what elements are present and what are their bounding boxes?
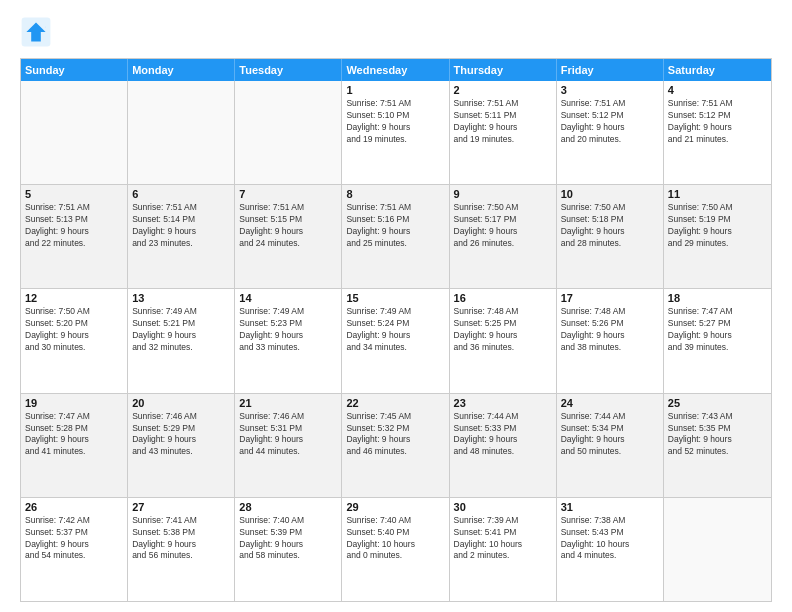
day-number: 6 (132, 188, 230, 200)
day-cell-11: 11Sunrise: 7:50 AM Sunset: 5:19 PM Dayli… (664, 185, 771, 288)
day-info: Sunrise: 7:38 AM Sunset: 5:43 PM Dayligh… (561, 515, 659, 563)
empty-cell-r0c1 (128, 81, 235, 184)
day-cell-1: 1Sunrise: 7:51 AM Sunset: 5:10 PM Daylig… (342, 81, 449, 184)
day-cell-9: 9Sunrise: 7:50 AM Sunset: 5:17 PM Daylig… (450, 185, 557, 288)
day-info: Sunrise: 7:51 AM Sunset: 5:12 PM Dayligh… (668, 98, 767, 146)
calendar-body: 1Sunrise: 7:51 AM Sunset: 5:10 PM Daylig… (21, 81, 771, 601)
day-info: Sunrise: 7:43 AM Sunset: 5:35 PM Dayligh… (668, 411, 767, 459)
day-cell-18: 18Sunrise: 7:47 AM Sunset: 5:27 PM Dayli… (664, 289, 771, 392)
day-number: 15 (346, 292, 444, 304)
day-cell-8: 8Sunrise: 7:51 AM Sunset: 5:16 PM Daylig… (342, 185, 449, 288)
day-number: 23 (454, 397, 552, 409)
day-cell-4: 4Sunrise: 7:51 AM Sunset: 5:12 PM Daylig… (664, 81, 771, 184)
page: SundayMondayTuesdayWednesdayThursdayFrid… (0, 0, 792, 612)
day-cell-30: 30Sunrise: 7:39 AM Sunset: 5:41 PM Dayli… (450, 498, 557, 601)
day-cell-31: 31Sunrise: 7:38 AM Sunset: 5:43 PM Dayli… (557, 498, 664, 601)
day-info: Sunrise: 7:50 AM Sunset: 5:18 PM Dayligh… (561, 202, 659, 250)
day-info: Sunrise: 7:49 AM Sunset: 5:21 PM Dayligh… (132, 306, 230, 354)
day-cell-7: 7Sunrise: 7:51 AM Sunset: 5:15 PM Daylig… (235, 185, 342, 288)
weekday-header-saturday: Saturday (664, 59, 771, 81)
day-info: Sunrise: 7:51 AM Sunset: 5:10 PM Dayligh… (346, 98, 444, 146)
day-number: 17 (561, 292, 659, 304)
calendar-row-5: 26Sunrise: 7:42 AM Sunset: 5:37 PM Dayli… (21, 497, 771, 601)
day-number: 2 (454, 84, 552, 96)
day-cell-16: 16Sunrise: 7:48 AM Sunset: 5:25 PM Dayli… (450, 289, 557, 392)
day-number: 14 (239, 292, 337, 304)
header (20, 16, 772, 48)
day-info: Sunrise: 7:41 AM Sunset: 5:38 PM Dayligh… (132, 515, 230, 563)
day-info: Sunrise: 7:51 AM Sunset: 5:11 PM Dayligh… (454, 98, 552, 146)
day-number: 12 (25, 292, 123, 304)
day-info: Sunrise: 7:45 AM Sunset: 5:32 PM Dayligh… (346, 411, 444, 459)
day-cell-25: 25Sunrise: 7:43 AM Sunset: 5:35 PM Dayli… (664, 394, 771, 497)
day-number: 22 (346, 397, 444, 409)
day-cell-5: 5Sunrise: 7:51 AM Sunset: 5:13 PM Daylig… (21, 185, 128, 288)
day-cell-15: 15Sunrise: 7:49 AM Sunset: 5:24 PM Dayli… (342, 289, 449, 392)
day-info: Sunrise: 7:51 AM Sunset: 5:15 PM Dayligh… (239, 202, 337, 250)
day-number: 30 (454, 501, 552, 513)
weekday-header-monday: Monday (128, 59, 235, 81)
weekday-header-tuesday: Tuesday (235, 59, 342, 81)
day-info: Sunrise: 7:51 AM Sunset: 5:13 PM Dayligh… (25, 202, 123, 250)
day-info: Sunrise: 7:44 AM Sunset: 5:33 PM Dayligh… (454, 411, 552, 459)
weekday-header-wednesday: Wednesday (342, 59, 449, 81)
day-number: 24 (561, 397, 659, 409)
day-info: Sunrise: 7:42 AM Sunset: 5:37 PM Dayligh… (25, 515, 123, 563)
day-number: 10 (561, 188, 659, 200)
day-info: Sunrise: 7:48 AM Sunset: 5:26 PM Dayligh… (561, 306, 659, 354)
day-info: Sunrise: 7:50 AM Sunset: 5:20 PM Dayligh… (25, 306, 123, 354)
day-info: Sunrise: 7:47 AM Sunset: 5:27 PM Dayligh… (668, 306, 767, 354)
day-info: Sunrise: 7:40 AM Sunset: 5:40 PM Dayligh… (346, 515, 444, 563)
day-number: 28 (239, 501, 337, 513)
day-number: 4 (668, 84, 767, 96)
day-cell-13: 13Sunrise: 7:49 AM Sunset: 5:21 PM Dayli… (128, 289, 235, 392)
day-cell-23: 23Sunrise: 7:44 AM Sunset: 5:33 PM Dayli… (450, 394, 557, 497)
day-cell-3: 3Sunrise: 7:51 AM Sunset: 5:12 PM Daylig… (557, 81, 664, 184)
calendar-row-1: 1Sunrise: 7:51 AM Sunset: 5:10 PM Daylig… (21, 81, 771, 184)
day-cell-28: 28Sunrise: 7:40 AM Sunset: 5:39 PM Dayli… (235, 498, 342, 601)
logo-icon (20, 16, 52, 48)
day-number: 5 (25, 188, 123, 200)
day-info: Sunrise: 7:44 AM Sunset: 5:34 PM Dayligh… (561, 411, 659, 459)
day-cell-10: 10Sunrise: 7:50 AM Sunset: 5:18 PM Dayli… (557, 185, 664, 288)
calendar-row-2: 5Sunrise: 7:51 AM Sunset: 5:13 PM Daylig… (21, 184, 771, 288)
day-cell-6: 6Sunrise: 7:51 AM Sunset: 5:14 PM Daylig… (128, 185, 235, 288)
day-info: Sunrise: 7:51 AM Sunset: 5:14 PM Dayligh… (132, 202, 230, 250)
day-number: 16 (454, 292, 552, 304)
calendar-row-3: 12Sunrise: 7:50 AM Sunset: 5:20 PM Dayli… (21, 288, 771, 392)
day-cell-22: 22Sunrise: 7:45 AM Sunset: 5:32 PM Dayli… (342, 394, 449, 497)
calendar: SundayMondayTuesdayWednesdayThursdayFrid… (20, 58, 772, 602)
day-number: 31 (561, 501, 659, 513)
day-number: 26 (25, 501, 123, 513)
weekday-header-friday: Friday (557, 59, 664, 81)
logo (20, 16, 56, 48)
day-number: 25 (668, 397, 767, 409)
day-info: Sunrise: 7:49 AM Sunset: 5:24 PM Dayligh… (346, 306, 444, 354)
day-info: Sunrise: 7:49 AM Sunset: 5:23 PM Dayligh… (239, 306, 337, 354)
weekday-header-thursday: Thursday (450, 59, 557, 81)
day-number: 3 (561, 84, 659, 96)
day-cell-14: 14Sunrise: 7:49 AM Sunset: 5:23 PM Dayli… (235, 289, 342, 392)
day-cell-27: 27Sunrise: 7:41 AM Sunset: 5:38 PM Dayli… (128, 498, 235, 601)
day-cell-20: 20Sunrise: 7:46 AM Sunset: 5:29 PM Dayli… (128, 394, 235, 497)
day-cell-2: 2Sunrise: 7:51 AM Sunset: 5:11 PM Daylig… (450, 81, 557, 184)
weekday-header-sunday: Sunday (21, 59, 128, 81)
day-number: 11 (668, 188, 767, 200)
day-info: Sunrise: 7:46 AM Sunset: 5:29 PM Dayligh… (132, 411, 230, 459)
day-info: Sunrise: 7:51 AM Sunset: 5:12 PM Dayligh… (561, 98, 659, 146)
day-cell-12: 12Sunrise: 7:50 AM Sunset: 5:20 PM Dayli… (21, 289, 128, 392)
empty-cell-r4c6 (664, 498, 771, 601)
day-number: 13 (132, 292, 230, 304)
day-number: 8 (346, 188, 444, 200)
day-cell-19: 19Sunrise: 7:47 AM Sunset: 5:28 PM Dayli… (21, 394, 128, 497)
empty-cell-r0c2 (235, 81, 342, 184)
day-number: 7 (239, 188, 337, 200)
day-number: 21 (239, 397, 337, 409)
day-number: 19 (25, 397, 123, 409)
day-number: 18 (668, 292, 767, 304)
day-number: 1 (346, 84, 444, 96)
day-cell-24: 24Sunrise: 7:44 AM Sunset: 5:34 PM Dayli… (557, 394, 664, 497)
calendar-row-4: 19Sunrise: 7:47 AM Sunset: 5:28 PM Dayli… (21, 393, 771, 497)
day-number: 20 (132, 397, 230, 409)
day-info: Sunrise: 7:51 AM Sunset: 5:16 PM Dayligh… (346, 202, 444, 250)
